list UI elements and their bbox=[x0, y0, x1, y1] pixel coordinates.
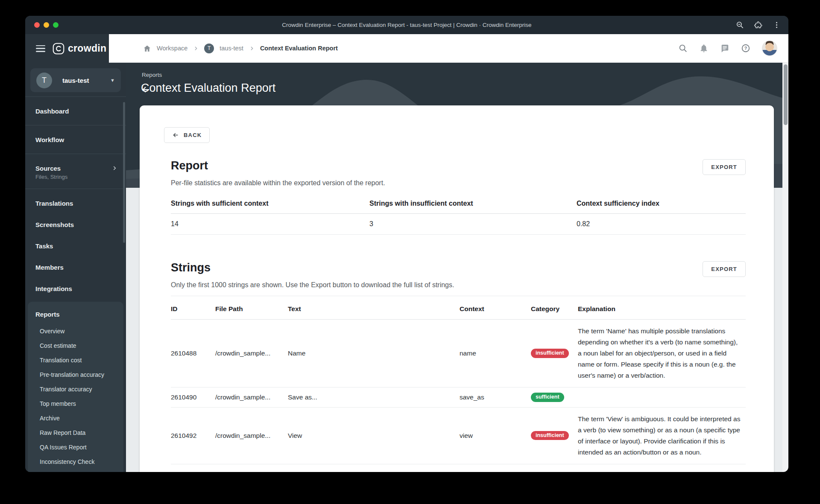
report-card: BACK Report EXPORT Per-file statistics a… bbox=[140, 105, 774, 472]
extensions-puzzle-icon[interactable] bbox=[754, 21, 762, 29]
column-header-context: Context bbox=[460, 296, 531, 320]
caret-down-icon: ▼ bbox=[110, 78, 115, 83]
sidebar-reports-inconsistency-check[interactable]: Inconsistency Check bbox=[28, 454, 123, 469]
browser-tab-title: Crowdin Enterprise – Context Evaluation … bbox=[25, 22, 788, 28]
breadcrumb-project[interactable]: taus-test bbox=[220, 45, 243, 52]
sidebar-reports-cost-estimate[interactable]: Cost estimate bbox=[28, 338, 123, 353]
project-selector-name: taus-test bbox=[62, 77, 89, 84]
back-arrow-icon[interactable] bbox=[141, 84, 151, 95]
user-avatar[interactable] bbox=[762, 41, 777, 56]
chevron-right-icon bbox=[249, 46, 255, 51]
svg-text:?: ? bbox=[744, 46, 747, 51]
breadcrumb: Workspace T taus-test Context Evaluation… bbox=[143, 44, 338, 53]
cell-id: 2610490 bbox=[171, 388, 215, 406]
maximize-window-button[interactable] bbox=[53, 22, 59, 28]
chevron-right-icon bbox=[111, 165, 117, 171]
sidebar-reports-top-members[interactable]: Top members bbox=[28, 396, 123, 411]
sidebar-item-tasks[interactable]: Tasks bbox=[25, 235, 126, 256]
cell-file-path: /crowdin_sample... bbox=[215, 344, 288, 362]
breadcrumb-current: Context Evaluation Report bbox=[260, 45, 338, 52]
close-window-button[interactable] bbox=[34, 22, 40, 28]
browser-titlebar: Crowdin Enterprise – Context Evaluation … bbox=[25, 16, 788, 34]
sidebar-reports-pre-translation-accuracy[interactable]: Pre-translation accuracy bbox=[28, 367, 123, 382]
cell-id: 2610488 bbox=[171, 344, 215, 362]
report-export-button[interactable]: EXPORT bbox=[703, 159, 746, 175]
cell-context: name bbox=[460, 344, 531, 362]
cell-text: Save as... bbox=[288, 388, 460, 406]
cell-text: View bbox=[288, 427, 460, 445]
category-badge: insufficient bbox=[531, 349, 569, 358]
sidebar-item-dashboard[interactable]: Dashboard bbox=[25, 100, 126, 122]
column-header-id: ID bbox=[171, 296, 215, 320]
sidebar-reports-group: Reports Overview Cost estimate Translati… bbox=[28, 302, 123, 472]
project-selector[interactable]: T taus-test ▼ bbox=[30, 68, 121, 92]
sidebar-item-screenshots[interactable]: Screenshots bbox=[25, 214, 126, 235]
table-row: 2610492 /crowdin_sample... View view ins… bbox=[171, 408, 746, 464]
cell-id: 2610492 bbox=[171, 427, 215, 445]
sidebar-item-integrations[interactable]: Integrations bbox=[25, 278, 126, 299]
stat-value: 0.82 bbox=[577, 214, 746, 235]
cell-context: save_as bbox=[460, 388, 531, 406]
sidebar-reports-qa-issues[interactable]: QA Issues Report bbox=[28, 440, 123, 454]
home-icon[interactable] bbox=[143, 44, 151, 52]
sidebar-item-reports[interactable]: Reports bbox=[28, 304, 123, 324]
page-title: Context Evaluation Report bbox=[141, 82, 275, 95]
sidebar-scrollbar[interactable] bbox=[123, 102, 125, 243]
cell-explanation: The term 'View' is ambiguous. It could b… bbox=[578, 408, 746, 464]
strings-section-title: Strings bbox=[171, 261, 211, 274]
report-section-subtitle: Per-file statistics are available within… bbox=[171, 179, 746, 187]
browser-menu-icon[interactable] bbox=[773, 21, 781, 29]
table-row: 2610490 /crowdin_sample... Save as... sa… bbox=[171, 387, 746, 408]
sidebar-item-translations[interactable]: Translations bbox=[25, 192, 126, 214]
minimize-window-button[interactable] bbox=[44, 22, 49, 28]
crowdin-logo[interactable]: crowdin bbox=[53, 43, 106, 55]
stat-value: 3 bbox=[369, 214, 577, 235]
notifications-bell-icon[interactable] bbox=[699, 44, 709, 53]
sidebar-reports-archive[interactable]: Archive bbox=[28, 411, 123, 425]
sidebar-reports-translator-accuracy[interactable]: Translator accuracy bbox=[28, 382, 123, 396]
window-controls[interactable] bbox=[34, 22, 59, 28]
column-header-category: Category bbox=[531, 296, 578, 320]
category-badge: sufficient bbox=[531, 393, 564, 402]
cell-explanation: The term 'Name' has multiple possible tr… bbox=[578, 320, 746, 387]
cell-explanation bbox=[578, 391, 746, 403]
messages-chat-icon[interactable] bbox=[720, 44, 729, 53]
search-icon[interactable] bbox=[678, 44, 688, 53]
column-header-text: Text bbox=[288, 296, 460, 320]
brand-name: crowdin bbox=[68, 43, 106, 54]
app-header: crowdin Workspace T taus-test Context Ev… bbox=[25, 34, 788, 63]
report-section-title: Report bbox=[171, 159, 208, 172]
page-eyebrow: Reports bbox=[142, 72, 162, 78]
chevron-right-icon bbox=[193, 46, 199, 51]
stat-header: Strings with sufficient context bbox=[171, 200, 369, 214]
hamburger-menu-icon[interactable] bbox=[36, 45, 45, 52]
page-scrollbar-thumb[interactable] bbox=[784, 64, 788, 125]
stat-value: 14 bbox=[171, 214, 369, 235]
strings-export-button[interactable]: EXPORT bbox=[703, 261, 746, 277]
project-avatar: T bbox=[204, 44, 214, 53]
page-scrollbar[interactable] bbox=[782, 63, 788, 472]
sidebar-reports-raw-report-data[interactable]: Raw Report Data bbox=[28, 425, 123, 440]
content-area: Reports Context Evaluation Report BACK R… bbox=[126, 63, 782, 472]
stat-header: Context sufficiency index bbox=[577, 200, 746, 214]
stat-header: Strings with insufficient context bbox=[369, 200, 577, 214]
zoom-page-icon[interactable] bbox=[736, 21, 744, 29]
cell-file-path: /crowdin_sample... bbox=[215, 388, 288, 406]
cell-context: view bbox=[460, 427, 531, 445]
table-row: 2610488 /crowdin_sample... Name name ins… bbox=[171, 320, 746, 387]
sidebar: T taus-test ▼ Dashboard Workflow Sources… bbox=[25, 63, 126, 472]
strings-section-subtitle: Only the first 1000 strings are shown. U… bbox=[171, 281, 746, 289]
column-header-explanation: Explanation bbox=[578, 296, 746, 320]
sidebar-item-members[interactable]: Members bbox=[25, 256, 126, 278]
breadcrumb-workspace[interactable]: Workspace bbox=[157, 45, 187, 52]
strings-table-header: ID File Path Text Context Category Expla… bbox=[171, 296, 746, 320]
sidebar-item-workflow[interactable]: Workflow bbox=[25, 129, 126, 150]
sidebar-reports-proofreading-diff[interactable]: Proofreading Diff bbox=[28, 469, 123, 472]
project-selector-avatar: T bbox=[36, 73, 52, 88]
report-stats-table: Strings with sufficient context Strings … bbox=[171, 200, 746, 235]
sidebar-reports-translation-cost[interactable]: Translation cost bbox=[28, 353, 123, 367]
help-icon[interactable]: ? bbox=[741, 44, 750, 53]
sidebar-reports-overview[interactable]: Overview bbox=[28, 324, 123, 338]
category-badge: insufficient bbox=[531, 431, 569, 440]
back-button[interactable]: BACK bbox=[164, 127, 210, 143]
